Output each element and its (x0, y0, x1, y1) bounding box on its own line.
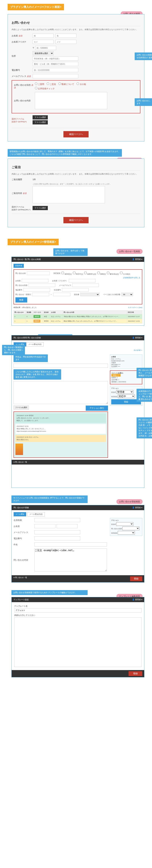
file-select-btn-2[interactable]: ファイル選択 (33, 120, 48, 124)
btn-new[interactable]: 新規作成 (13, 264, 24, 268)
reg-customer[interactable] (35, 518, 80, 522)
file-attach[interactable]: ファイルを選択 (13, 406, 29, 410)
reg-body[interactable]: ご注文 example@ec-cube.net… (35, 549, 107, 571)
contact-submit-btn[interactable]: 確認ページへ (64, 131, 88, 137)
tpl-intro: お問い合わせ登録画面で使用するための テンプレートの編集ができます。 (11, 590, 88, 595)
row-addr: 住所 〒 都道府県を選択 (12, 46, 140, 66)
email-input[interactable] (33, 74, 78, 78)
street-input[interactable] (33, 62, 78, 66)
contact-heading: お問い合わせ (12, 18, 140, 26)
zip-input[interactable] (35, 46, 56, 50)
row-email: メールアドレス必須 (12, 74, 140, 78)
subject-input[interactable] (13, 364, 108, 368)
name-sei[interactable] (33, 34, 53, 38)
purpose-opt-1[interactable]: ご意見 (47, 83, 56, 85)
prev-next-callout: 問い合わせ一覧画面から、問い合わせ画面へ 遷移できます。 (2, 345, 25, 355)
register-panel: 問い合わせの登録 👤 管理者 ▾ メール通知 メール通知(内容) 会員検索 お名… (11, 505, 144, 583)
callout-search: お問い合わせを、条件を絞っ て検索できます (53, 248, 88, 256)
row-name: お名前必須 (12, 34, 140, 38)
file-select-btn-1[interactable]: ファイル選択 (33, 115, 48, 120)
name-mei[interactable] (55, 34, 76, 38)
next-link[interactable]: 次の詳細 > (134, 349, 142, 351)
export-link[interactable]: エクスポート (csv) (128, 306, 142, 309)
callout-reg-screen: お問い合わせ登録画面 (117, 499, 143, 504)
tpl-save[interactable]: 登録 (128, 671, 142, 676)
contact-note: 内容によってはお返事を差し上げるまでにお時間いただくことがございます。 また、休… (12, 28, 140, 31)
list-panel: 問い合わせ一覧 問い合わせ検索 👤 管理者 ▾ 新規作成 問い合わせID 対応状… (11, 257, 144, 326)
tab-mail-body[interactable]: メール通知(内容) (26, 342, 44, 347)
callout-file: お問い合わせに、画像添付が できます (135, 98, 152, 106)
row-kana: お名前フリガナ (12, 40, 140, 44)
reg-save[interactable]: 登録 (130, 577, 142, 581)
callout-purpose: お問い合わせ画面に、 お問い合わせ目的項目が 追加されます (135, 53, 152, 60)
purpose-opt-0[interactable]: ご質問 (35, 83, 44, 85)
detail-panel: 問い合わせ管理 問い合わせ詳細 👤 管理者 ▾ 問い合わせ一覧画面から、問い合わ… (11, 335, 144, 488)
result-header: 検索結果：2件が該当しました (13, 306, 37, 309)
action-run[interactable]: アクション実行 (86, 406, 108, 411)
user-icon[interactable]: 👤 管理者 ▾ (132, 258, 142, 261)
contact-form-panel: お問い合わせ 内容によってはお返事を差し上げるまでにお時間いただくことがございま… (8, 14, 144, 142)
reg-intro: サイドメニューから問い合わせ登録画面を 押下することで、問い合わせの登録ができま… (11, 495, 88, 503)
section2-header: プラグイン導入のイメージ<管理画面> (8, 239, 59, 245)
edit-note: こちらの欄に入力した内容が 返信されます。 返信されたタグ（変数）を使 用すると… (13, 369, 61, 380)
search-id[interactable] (27, 272, 50, 275)
body-textarea[interactable] (35, 92, 107, 109)
search-btn[interactable]: 検索 (15, 297, 27, 303)
tel-input[interactable] (33, 68, 78, 72)
purpose-opt-3[interactable]: その他 (77, 83, 86, 85)
search-box: 問い合わせID 対応状況 未対応(1) 対応中(1) 返答待ち(0) 保留(0)… (13, 269, 142, 304)
info-note: 件名は、問合返信時の件名設定できます (13, 354, 48, 362)
table-row[interactable]: 2 0 未対応 未定 石立 システム "商品が届きません"商品の梱包に問題がござ… (14, 314, 142, 319)
reg-tab-1[interactable]: メール通知 (13, 512, 26, 517)
callout-list-screen: お問い合わせ一覧画面 (117, 249, 143, 254)
reply-note: 内容によってはお返事を差し上げるまでにお時間いただくことがございます。 また、休… (12, 173, 140, 176)
search-toggle[interactable]: 詳細検索条件を閉じる (123, 277, 140, 279)
table-row[interactable]: 1 1 対応中 管理者 石立 システム 商品の梱包に関してはございませんでした。… (14, 319, 142, 323)
result-table: 問い合わせID 返信数 ステータス 担当者 お名前 問い合わせ内容 対応日時 2… (13, 310, 142, 323)
reply-form-panel: ご返信 内容によってはお返事を差し上げるまでにお時間いただくことがございます。 … (8, 159, 144, 227)
side-customer: お客様 石立 システム test@example.com 大阪府 090-000… (110, 354, 142, 369)
comment-history: 2022/09/27 10:54 管理者お問い合わせいただき、ありがとうございま… (13, 411, 108, 458)
reg-title: 問い合わせの登録 (13, 506, 29, 509)
reply-textarea[interactable] (13, 381, 108, 404)
attachment-thumb[interactable] (15, 443, 23, 455)
reg-back[interactable]: ● 問い合わせ一覧 (13, 577, 27, 581)
pref-select[interactable]: 都道府県を選択 (33, 51, 53, 55)
reg-tab-2[interactable]: メール通知(内容) (28, 512, 45, 517)
reply-heading: ご返信 (12, 163, 140, 170)
reply-body[interactable] (33, 186, 105, 203)
template-panel: テンプレート設定 👤 管理者 ▾ テンプレート名 内容を入力してください 登録 (11, 597, 144, 677)
city-input[interactable] (33, 57, 78, 61)
section1-header: プラグイン導入のイメージ<フロント画面> (8, 4, 64, 10)
kana-sei[interactable] (33, 40, 53, 44)
purpose-opt-2[interactable]: 取材について (59, 83, 74, 85)
reply-intro-callout: 管理画面からお問い合わせの返信に対して、専用のタグ（変数）を文面に加えることで、… (8, 149, 122, 157)
list-title: 問い合わせ一覧 問い合わせ検索 (13, 258, 41, 261)
purpose-sub-0[interactable]: 公序良俗チェック (35, 87, 55, 90)
detail-title: 問い合わせ管理 問い合わせ詳細 (13, 337, 41, 339)
detail-footer: ● 問い合わせ一覧 (12, 460, 144, 465)
row-tel: 電話番号 (12, 68, 140, 72)
reply-file-btn[interactable]: ファイル選択 (33, 206, 48, 210)
tpl-title: テンプレート設定 (13, 598, 29, 601)
kana-mei[interactable] (55, 40, 76, 44)
comment-callout: 問い合わせに対するコメント （やりとり）の履歴が確認できます。 凡例 青：メモ（… (137, 417, 152, 438)
purpose-box: お問い合わせ目的必須 ご質問 ご意見 取材について その他 公序良俗チェック お… (12, 80, 140, 113)
tpl-name[interactable] (14, 608, 142, 613)
member-callout: 会員登録せずにいた、 顧客も、ショップ元々で登 録者管理側画面と、問い合 員に基… (137, 389, 152, 402)
tpl-body[interactable] (14, 617, 142, 667)
customer-callout: 問い合わせに対応した、 送信の宛先と、 メールアドレスに基づく 情報確認できます… (137, 368, 152, 378)
reply-submit-btn[interactable]: 確認ページへ (64, 217, 88, 223)
